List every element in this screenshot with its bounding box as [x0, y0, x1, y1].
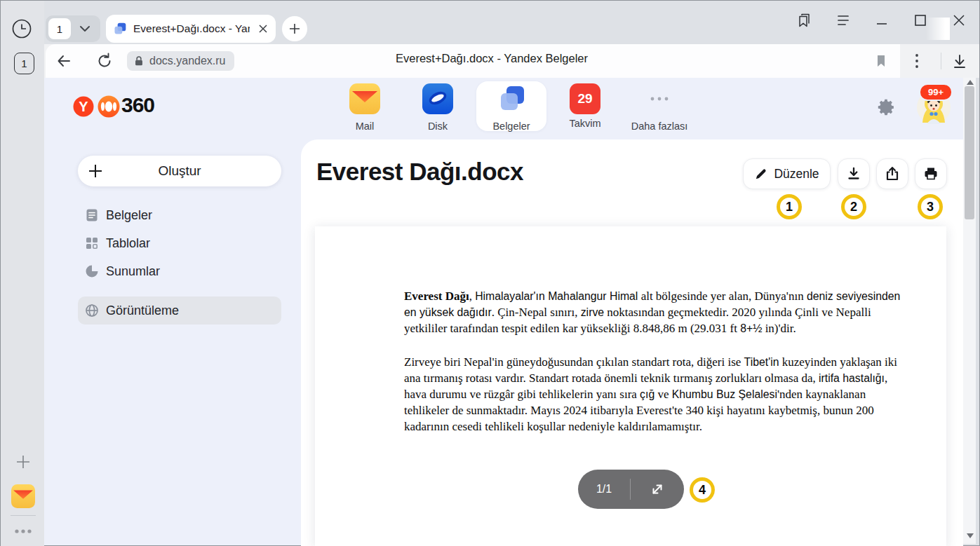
page-title: Everest+Dağı.docx - Yandex Belgeler [309, 52, 674, 65]
tab-group-control[interactable]: 1 [46, 15, 100, 42]
takvim-app-icon: 29 [570, 83, 600, 114]
yandex-mail-app-icon[interactable] [11, 484, 35, 508]
yandex-360-logo[interactable]: Y [73, 95, 121, 118]
sidebar-item-tablolar[interactable]: Tablolar [78, 229, 281, 257]
maximize-icon[interactable] [911, 11, 930, 30]
more-vertical-icon[interactable] [910, 52, 924, 70]
tab-close-icon[interactable] [257, 23, 269, 34]
edit-label: Düzenle [774, 167, 819, 182]
nav-item-belgeler[interactable]: Belgeler [478, 83, 545, 132]
nav-label: Daha fazlası [621, 121, 698, 132]
notification-badge: 99+ [919, 83, 953, 101]
scroll-down-arrow[interactable] [967, 533, 974, 538]
more-horizontal-icon [647, 83, 671, 114]
annotation-4: 4 [690, 477, 715, 503]
nav-item-mail[interactable]: Mail [331, 83, 398, 132]
addr-divider [941, 53, 941, 69]
domain-pill[interactable]: docs.yandex.ru [127, 51, 234, 71]
logo-360-text: 360 [121, 93, 154, 117]
window-tab-counter[interactable]: 1 [14, 53, 34, 74]
nav-label: Disk [404, 121, 471, 132]
back-arrow-icon[interactable] [55, 53, 72, 69]
page-indicator-pill[interactable]: 1/1 [578, 470, 684, 509]
fullscreen-icon[interactable] [631, 482, 684, 497]
bookmarks-stack-icon[interactable] [795, 11, 814, 30]
lock-icon [133, 55, 145, 67]
document-title: Everest Dağı.docx [316, 158, 523, 186]
globe-icon [85, 303, 99, 318]
gear-icon[interactable] [876, 97, 896, 117]
sidebar-item-label: Belgeler [106, 208, 152, 223]
print-button[interactable] [915, 158, 947, 189]
nav-label: Mail [331, 121, 398, 132]
minimize-icon[interactable] [872, 11, 892, 30]
reload-icon[interactable] [96, 53, 113, 69]
edit-button[interactable]: Düzenle [743, 158, 831, 189]
tab-title: Everest+Dağı.docx - Yan [133, 22, 250, 35]
nav-label: Belgeler [478, 121, 545, 132]
create-label: Oluştur [78, 163, 281, 179]
share-button[interactable] [876, 158, 908, 189]
sidebar-item-belgeler[interactable]: Belgeler [78, 201, 281, 229]
downloads-icon[interactable] [951, 53, 969, 71]
domain-text: docs.yandex.ru [149, 55, 226, 67]
panel-add-icon[interactable] [15, 453, 32, 470]
nav-item-takvim[interactable]: 29 Takvim [551, 83, 619, 129]
paragraph: Everest Dağı, Himalayalar'ın Mahalangur … [404, 288, 912, 336]
annotation-1: 1 [777, 194, 802, 219]
svg-text:Y: Y [79, 99, 88, 114]
sidebar-item-sunumlar[interactable]: Sunumlar [78, 257, 281, 285]
presentations-icon [85, 264, 99, 278]
tables-icon [85, 236, 99, 250]
page-count: 1/1 [578, 483, 630, 496]
docs-cube-icon [113, 22, 127, 36]
browser-window: 1 1 Everest+Dağı.docx - Yan [0, 0, 980, 546]
disk-app-icon [422, 83, 453, 114]
chevron-down-icon[interactable] [78, 22, 92, 35]
sidebar-item-label: Sunumlar [106, 264, 160, 279]
paragraph: Zirveye biri Nepal'in güneydoğusundan çı… [404, 354, 912, 435]
nav-item-more[interactable]: Daha fazlası [621, 83, 698, 132]
nav-item-disk[interactable]: Disk [404, 83, 471, 132]
sidebar-item-label: Tablolar [106, 236, 150, 251]
sidebar-item-goruntuleme[interactable]: Görüntüleme [78, 296, 281, 325]
menu-icon[interactable] [833, 11, 853, 30]
close-icon[interactable] [949, 11, 969, 30]
strip-more-icon[interactable] [13, 528, 33, 535]
nav-label: Takvim [551, 118, 619, 129]
document-icon [85, 208, 99, 222]
sidebar-item-label: Görüntüleme [106, 303, 179, 318]
create-button[interactable]: Oluştur [78, 156, 281, 186]
annotation-2: 2 [841, 194, 866, 219]
belgeler-app-icon [496, 83, 527, 114]
mail-app-icon [349, 83, 380, 114]
bookmark-flag-icon[interactable] [873, 53, 890, 69]
annotation-3: 3 [918, 194, 943, 219]
pencil-icon [754, 168, 767, 181]
tab-group-count[interactable]: 1 [48, 18, 71, 39]
active-tab[interactable]: Everest+Dağı.docx - Yan [106, 15, 276, 43]
scrollbar-thumb[interactable] [965, 86, 974, 219]
new-tab-button[interactable] [282, 16, 307, 41]
scroll-up-arrow[interactable] [967, 80, 974, 85]
download-button[interactable] [838, 158, 870, 189]
strip-divider [11, 515, 36, 516]
history-clock-icon[interactable] [11, 18, 33, 40]
document-body: Everest Dağı, Himalayalar'ın Mahalangur … [404, 288, 912, 452]
